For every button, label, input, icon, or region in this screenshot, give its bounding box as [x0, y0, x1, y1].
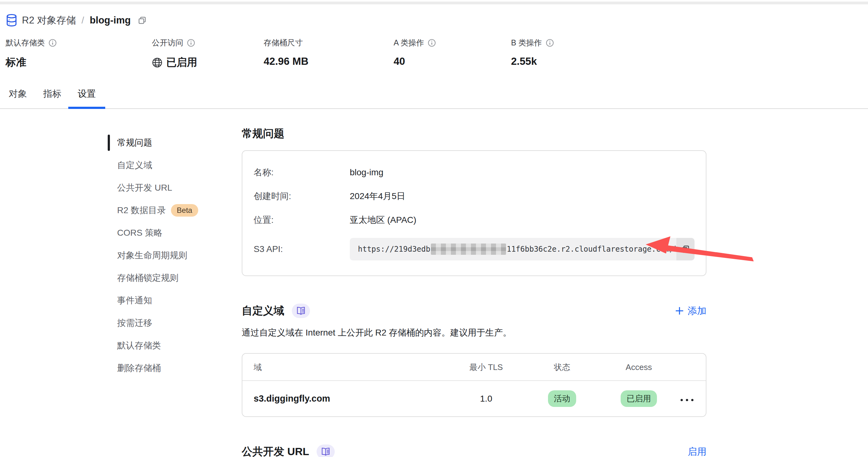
breadcrumb-r2-link[interactable]: R2 对象存储 [22, 14, 76, 27]
sidebar-item-r2-data-catalog[interactable]: R2 数据目录 Beta [108, 199, 198, 222]
plus-icon [675, 306, 684, 315]
info-row-name: 名称: blog-img [254, 166, 694, 178]
add-custom-domain-button[interactable]: 添加 [675, 304, 706, 317]
min-tls-value: 1.0 [448, 394, 525, 404]
stat-value: 标准 [6, 56, 57, 69]
info-value: blog-img [350, 167, 383, 177]
settings-main: 常规问题 名称: blog-img 创建时间: 2024年4月5日 位置: 亚太… [242, 126, 706, 457]
public-dev-url-title: 公共开发 URL [242, 445, 309, 457]
table-header-row: 域 最小 TLS 状态 Access [242, 354, 706, 381]
status-badge: 活动 [548, 390, 576, 407]
docs-book-icon[interactable] [317, 445, 335, 457]
settings-sidebar: 常规问题 自定义域 公共开发 URL R2 数据目录 Beta CORS 策略 … [108, 131, 198, 379]
sidebar-item-event-notifications[interactable]: 事件通知 [108, 289, 198, 312]
sidebar-item-lifecycle-rules[interactable]: 对象生命周期规则 [108, 244, 198, 267]
stat-value: 已启用 [166, 56, 197, 69]
breadcrumb-bucket-name: blog-img [90, 15, 131, 26]
sidebar-item-general[interactable]: 常规问题 [108, 131, 198, 154]
stat-label: A 类操作 [394, 38, 424, 48]
copy-bucket-name-icon[interactable] [137, 15, 147, 25]
custom-domain-title: 自定义域 [242, 304, 284, 318]
sidebar-item-public-dev-url[interactable]: 公共开发 URL [108, 176, 198, 199]
s3-url-suffix: 11f6bb36c2e.r2.cloudflarestorage.com/blo… [507, 245, 694, 254]
info-label: 位置: [254, 214, 350, 226]
col-access: Access [600, 362, 678, 372]
info-row-created: 创建时间: 2024年4月5日 [254, 190, 694, 202]
table-row: s3.diggingfly.com 1.0 活动 已启用 [242, 381, 706, 416]
stat-value: 42.96 MB [264, 56, 308, 67]
info-icon[interactable] [187, 39, 195, 47]
tab-settings[interactable]: 设置 [78, 88, 96, 108]
tab-objects[interactable]: 对象 [9, 88, 27, 108]
access-badge: 已启用 [621, 390, 657, 407]
custom-domain-section-head: 自定义域 添加 [242, 304, 706, 318]
col-status: 状态 [525, 362, 600, 373]
sidebar-item-default-storage-class[interactable]: 默认存储类 [108, 334, 198, 357]
stat-label: 公开访问 [152, 38, 183, 48]
general-section-title: 常规问题 [242, 126, 706, 141]
stat-value: 2.55k [511, 56, 554, 67]
stat-class-a-ops: A 类操作 40 [394, 38, 436, 67]
stat-default-storage-class: 默认存储类 标准 [6, 38, 57, 69]
stat-class-b-ops: B 类操作 2.55k [511, 38, 554, 67]
beta-badge: Beta [171, 204, 198, 217]
sidebar-item-cors-policy[interactable]: CORS 策略 [108, 222, 198, 244]
add-label: 添加 [688, 304, 706, 317]
info-value: 2024年4月5日 [350, 190, 405, 202]
custom-domain-table: 域 最小 TLS 状态 Access s3.diggingfly.com 1.0… [242, 353, 706, 417]
col-min-tls: 最小 TLS [448, 362, 525, 373]
general-info-card: 名称: blog-img 创建时间: 2024年4月5日 位置: 亚太地区 (A… [242, 150, 706, 276]
globe-icon [152, 57, 162, 68]
sidebar-item-delete-bucket[interactable]: 删除存储桶 [108, 357, 198, 379]
public-dev-url-section-head: 公共开发 URL 启用 [242, 445, 706, 457]
info-icon[interactable] [546, 39, 554, 47]
info-label: 创建时间: [254, 190, 350, 202]
breadcrumb-separator: / [82, 15, 84, 26]
stat-bucket-size: 存储桶尺寸 42.96 MB [264, 38, 308, 67]
stat-public-access: 公开访问 已启用 [152, 38, 197, 69]
docs-book-icon[interactable] [292, 304, 310, 318]
browser-chrome-edge [0, 2, 868, 4]
s3-url-prefix: https://219d3edb [358, 245, 430, 254]
stat-label: B 类操作 [511, 38, 542, 48]
tab-metrics[interactable]: 指标 [43, 88, 61, 108]
stat-value: 40 [394, 56, 436, 67]
r2-database-icon [6, 14, 18, 27]
sidebar-item-bucket-lock-rules[interactable]: 存储桶锁定规则 [108, 267, 198, 289]
sidebar-item-on-demand-migration[interactable]: 按需迁移 [108, 312, 198, 334]
sidebar-item-custom-domain[interactable]: 自定义域 [108, 154, 198, 176]
enable-public-dev-url-button[interactable]: 启用 [688, 446, 706, 457]
info-value: 亚太地区 (APAC) [350, 214, 416, 226]
info-label: 名称: [254, 166, 350, 178]
breadcrumb: R2 对象存储 / blog-img [6, 13, 868, 28]
info-icon[interactable] [428, 39, 436, 47]
stat-label: 存储桶尺寸 [264, 38, 303, 48]
col-domain: 域 [254, 362, 448, 373]
info-row-location: 位置: 亚太地区 (APAC) [254, 214, 694, 226]
bucket-stats: 默认存储类 标准 公开访问 [0, 38, 868, 78]
info-label: S3 API: [254, 244, 350, 254]
stat-label: 默认存储类 [6, 38, 45, 48]
custom-domain-description: 通过自定义域在 Internet 上公开此 R2 存储桶的内容。建议用于生产。 [242, 327, 706, 339]
row-actions-menu-icon[interactable] [680, 397, 694, 403]
domain-value: s3.diggingfly.com [254, 393, 448, 404]
bucket-tabs: 对象 指标 设置 [0, 88, 868, 109]
s3-api-url-field[interactable]: https://219d3edb 11f6bb36c2e.r2.cloudfla… [350, 238, 694, 260]
info-icon[interactable] [49, 39, 57, 47]
redacted-account-id-blur [431, 243, 506, 255]
info-row-s3-api: S3 API: https://219d3edb 11f6bb36c2e.r2.… [254, 238, 694, 260]
copy-s3-url-button[interactable] [676, 238, 694, 260]
